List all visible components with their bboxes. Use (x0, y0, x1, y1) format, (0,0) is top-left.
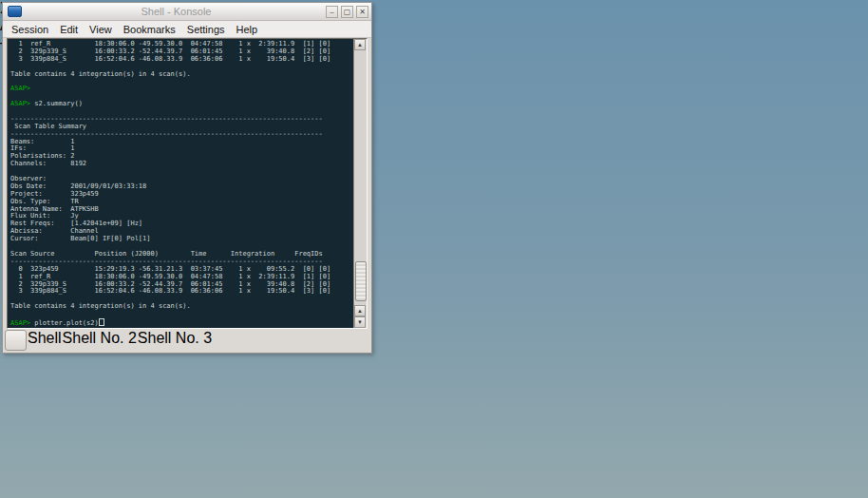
tab-label: Shell (28, 330, 62, 346)
menu-session[interactable]: Session (6, 23, 54, 36)
asap-prompt: ASAP> (10, 85, 30, 92)
tab-label: Shell No. 3 (138, 330, 212, 346)
terminal-frame: 1 ref_R 18:30:06.0 -49.59.30.0 04:47:58 … (7, 38, 368, 329)
maximize-button[interactable]: ▢ (341, 6, 353, 18)
maximize-icon: ▢ (344, 8, 351, 16)
konsole-window-title: Shell - Konsole (27, 6, 326, 17)
terminal-line: ASAP> s2.summary() (10, 101, 353, 108)
minimize-button[interactable]: – (326, 6, 338, 18)
terminal-line: Channels: 8192 (10, 161, 353, 168)
konsole-menubar: Session Edit View Bookmarks Settings Hel… (3, 21, 371, 38)
terminal-line (10, 78, 353, 86)
terminal-line: Cursor: Beam[0] IF[0] Pol[1] (10, 236, 353, 243)
menu-settings[interactable]: Settings (181, 23, 231, 36)
tab-shell-3[interactable]: Shell No. 3 (138, 330, 212, 347)
scroll-down-button[interactable]: ▼ (354, 316, 366, 328)
menu-view[interactable]: View (84, 23, 118, 36)
terminal-line: 3 339p884_S 16:52:04.6 -46.08.33.9 06:36… (10, 288, 353, 296)
terminal-scrollbar[interactable]: ▲ ▲ ▼ (353, 39, 367, 328)
konsole-app-icon (8, 6, 22, 17)
new-session-icon (11, 335, 21, 345)
terminal-line: Table contains 4 integration(s) in 4 sca… (10, 71, 353, 79)
scroll-up-button-2[interactable]: ▲ (354, 305, 366, 316)
terminal-line: ASAP> (10, 86, 353, 93)
asap-prompt: ASAP> (10, 319, 30, 327)
scroll-up-button[interactable]: ▲ (354, 39, 366, 50)
tab-shell-2[interactable]: Shell No. 2 (63, 330, 137, 347)
scrollbar-thumb[interactable] (355, 261, 367, 301)
arrow-down-icon: ▼ (357, 319, 363, 325)
terminal-line: 3 339p884_S 16:52:04.6 -46.08.33.9 06:36… (10, 56, 353, 64)
menu-help[interactable]: Help (231, 23, 264, 36)
terminal-line: Table contains 4 integration(s) in 4 sca… (10, 303, 353, 311)
tab-shell[interactable]: Shell (28, 330, 62, 347)
menu-bookmarks[interactable]: Bookmarks (118, 23, 181, 36)
terminal-line: ASAP> plotter.plot(s2) (10, 318, 353, 326)
close-icon: ✕ (359, 8, 366, 16)
tab-label: Shell No. 2 (63, 330, 137, 346)
asap-prompt: ASAP> (10, 100, 30, 107)
desktop: { "konsole": { "title": "Shell - Konsole… (0, 0, 868, 498)
arrow-up-icon: ▲ (357, 308, 363, 314)
terminal-output[interactable]: 1 ref_R 18:30:06.0 -49.59.30.0 04:47:58 … (8, 39, 353, 328)
konsole-tabbar: Shell Shell No. 2 Shell No. 3 (5, 330, 212, 351)
menu-edit[interactable]: Edit (54, 23, 84, 36)
konsole-titlebar[interactable]: Shell - Konsole – ▢ ✕ (3, 3, 371, 21)
terminal-line (10, 311, 353, 318)
terminal-cursor (99, 318, 104, 326)
arrow-up-icon: ▲ (357, 42, 363, 48)
konsole-window: Shell - Konsole – ▢ ✕ Session Edit View … (2, 2, 372, 354)
new-session-button[interactable] (5, 330, 27, 351)
terminal-line (10, 168, 353, 176)
close-button[interactable]: ✕ (356, 6, 368, 18)
minimize-icon: – (330, 8, 333, 16)
